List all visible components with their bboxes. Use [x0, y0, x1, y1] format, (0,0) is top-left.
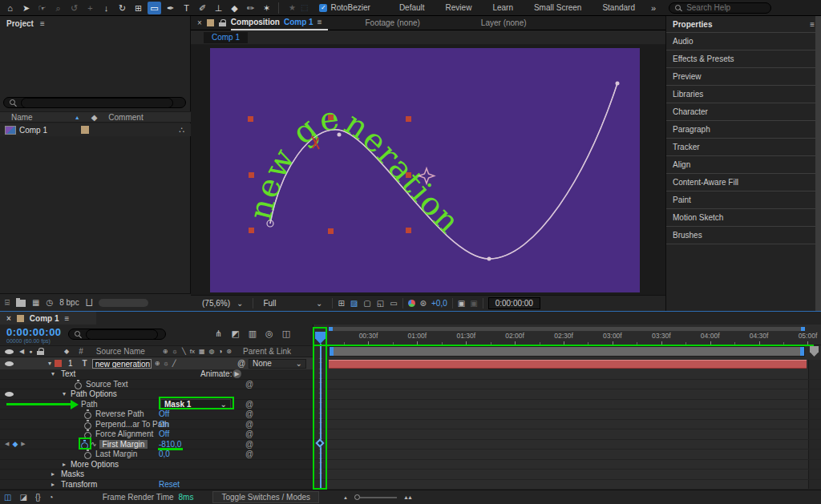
property-row-source-text[interactable]: Source Text @ [0, 380, 313, 390]
tool-button[interactable]: ↓ [99, 2, 113, 14]
timeline-toolbar-icon[interactable]: ◩ [231, 329, 239, 339]
switch-column-icon[interactable]: ▦ [199, 348, 205, 355]
tab-composition[interactable]: Composition Comp 1 ≡ [231, 16, 329, 30]
property-row-perpendicular[interactable]: Perpend...ar To Path On @ [0, 420, 313, 430]
panel-menu-icon[interactable]: ≡ [65, 314, 70, 323]
layer-switch-icon[interactable]: ⊕ [155, 360, 160, 367]
tool-button[interactable]: ✏ [244, 2, 257, 14]
mask-shape-icon[interactable]: ⬚ [301, 3, 308, 12]
toggle-switches-button[interactable]: Toggle Switches / Modes [212, 491, 319, 503]
trash-icon[interactable]: ⨆ [86, 297, 93, 308]
property-row-first-margin[interactable]: ◀ ◆ ▶ ∿ First Margin -810,0 @ [0, 440, 313, 450]
shy-toggle-icon[interactable]: ◔ [49, 493, 54, 502]
timeline-tab[interactable]: × Comp 1 ≡ [0, 312, 96, 325]
panel-list-item[interactable]: Content-Aware Fill [666, 174, 821, 192]
property-row-text[interactable]: ▾ Text Animate: ▶ [0, 369, 313, 380]
collapse-toggle-icon[interactable]: ◪ [19, 493, 26, 502]
zoom-in-mountain-icon[interactable]: ▲▲ [403, 494, 411, 500]
panel-list-item[interactable]: Effects & Presets [666, 50, 821, 68]
timeline-toolbar-icon[interactable]: ◫ [282, 329, 290, 339]
tab-footage[interactable]: Footage (none) [365, 18, 419, 27]
tool-button[interactable]: ▭ [148, 2, 161, 14]
column-comment[interactable]: Comment [108, 113, 143, 122]
viewer-tool-icon[interactable]: ▨ [350, 299, 358, 308]
magnification-dropdown[interactable]: (75,6%) ⌄ [197, 298, 248, 308]
layer-row[interactable]: ▾ 1 T new generation ⊕☼╱ @ None ⌄ [0, 357, 313, 369]
pickwhip-icon[interactable]: @ [237, 359, 245, 368]
pickwhip-icon[interactable]: @ [245, 440, 253, 449]
help-search-box[interactable] [669, 2, 771, 14]
stopwatch-icon[interactable] [84, 450, 92, 458]
pickwhip-icon[interactable]: @ [245, 400, 253, 409]
tool-button[interactable]: ✐ [196, 2, 209, 14]
project-item-name[interactable]: Comp 1 [19, 126, 47, 135]
switch-column-icon[interactable]: ⊛ [226, 348, 232, 355]
close-icon[interactable]: × [6, 314, 11, 323]
project-search-input[interactable] [21, 98, 173, 108]
chevron-right-icon[interactable]: ▸ [51, 470, 55, 478]
timeline-toolbar-icon[interactable]: ◎ [265, 329, 273, 339]
timeline-toolbar-icon[interactable]: ▥ [249, 329, 257, 339]
switch-column-icon[interactable]: ╲ [182, 348, 186, 355]
panel-list-item[interactable]: Brushes [666, 227, 821, 244]
project-search-box[interactable] [3, 97, 186, 108]
channels-icon[interactable] [408, 300, 415, 307]
chevron-down-icon[interactable]: ▾ [63, 390, 66, 397]
tool-button[interactable]: ⊞ [131, 2, 145, 14]
animate-button-icon[interactable]: ▶ [233, 369, 241, 378]
timeline-search-input[interactable] [86, 329, 158, 340]
timeline-right-pane[interactable]: 00:30f01:00f01:30f02:00f02:30f03:00f03:3… [313, 325, 821, 490]
layer-switch-icon[interactable]: ☼ [163, 360, 168, 367]
workspace-item[interactable]: Review [446, 3, 472, 12]
tool-button[interactable]: ☞ [35, 2, 49, 14]
tool-button[interactable]: ✶ [260, 2, 273, 14]
viewer-tool-icon[interactable]: ⊞ [338, 299, 344, 308]
layer-duration-bar[interactable] [329, 360, 807, 369]
help-search-input[interactable] [686, 3, 766, 12]
checkbox-checked-icon[interactable]: ✓ [319, 4, 327, 12]
workspace-overflow-icon[interactable]: » [651, 3, 656, 13]
snapshot-icon[interactable]: ▣ [458, 299, 465, 308]
workspace-item[interactable]: Small Screen [534, 3, 581, 12]
property-row-more-options[interactable]: ▸ More Options [0, 460, 313, 470]
property-row-path-options[interactable]: ▾ Path Options [0, 389, 313, 400]
layer-color-swatch[interactable] [55, 360, 62, 367]
resolution-dropdown[interactable]: Full ⌄ [258, 298, 327, 308]
project-item-row[interactable]: Comp 1 ∴ [0, 123, 191, 136]
switch-column-icon[interactable]: ⊕ [163, 348, 168, 355]
close-icon[interactable]: × [197, 18, 202, 27]
panel-menu-icon[interactable]: ≡ [317, 18, 322, 26]
panel-list-item[interactable]: Motion Sketch [666, 209, 821, 227]
next-keyframe-icon[interactable]: ▶ [21, 441, 25, 447]
work-area-bar[interactable] [329, 346, 805, 357]
rotobezier-toggle[interactable]: ✓ RotoBezier [319, 3, 370, 12]
switch-column-icon[interactable]: fx [190, 348, 195, 355]
exposure-value[interactable]: +0,0 [431, 299, 447, 308]
lock-column-icon[interactable] [37, 348, 44, 355]
pickwhip-icon[interactable]: @ [245, 420, 253, 429]
interpret-footage-icon[interactable]: ⌸ [5, 298, 10, 308]
tool-button[interactable]: ◆ [228, 2, 241, 14]
parent-dropdown[interactable]: None ⌄ [249, 359, 306, 369]
panel-list-item[interactable]: Tracker [666, 139, 821, 156]
timeline-search-box[interactable] [68, 329, 166, 340]
breadcrumb[interactable]: Comp 1 [204, 32, 248, 43]
panel-list-item[interactable]: Preview [666, 68, 821, 86]
pickwhip-icon[interactable]: @ [245, 429, 253, 438]
chevron-right-icon[interactable]: ▸ [51, 481, 55, 488]
path-end-vertex[interactable] [616, 82, 620, 86]
project-columns-header[interactable]: Name ▲ ◆ Comment [0, 111, 191, 123]
current-time-display[interactable]: 0:00:00:00 [6, 326, 62, 338]
pickwhip-icon[interactable]: @ [245, 380, 253, 389]
solo-column-icon[interactable]: ● [29, 349, 32, 354]
stopwatch-icon[interactable] [75, 380, 83, 389]
workspace-item[interactable]: Standard [602, 3, 635, 12]
tool-button[interactable]: ↺ [67, 2, 81, 14]
chevron-down-icon[interactable]: ▾ [48, 360, 51, 367]
viewer-tool-icon[interactable]: ▭ [390, 299, 397, 308]
panel-menu-icon[interactable]: ≡ [40, 19, 45, 28]
exposure-icon[interactable]: ⊛ [420, 299, 427, 308]
path-vertex[interactable] [338, 133, 342, 137]
tool-button[interactable]: ⌕ [51, 2, 65, 14]
label-color-swatch[interactable] [81, 126, 89, 134]
